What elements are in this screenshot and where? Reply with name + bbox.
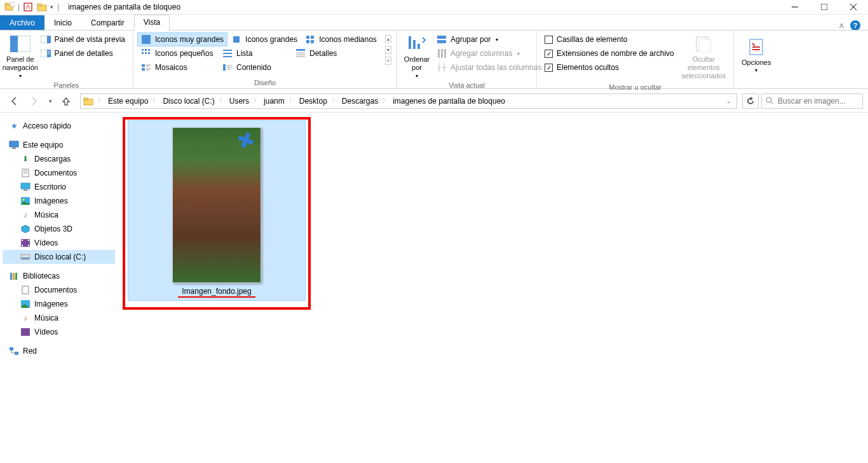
svg-rect-79 bbox=[22, 258, 29, 259]
svg-rect-50 bbox=[437, 36, 446, 39]
view-content[interactable]: Contenido bbox=[219, 60, 275, 74]
svg-rect-82 bbox=[15, 273, 17, 280]
chevron-right-icon[interactable]: 〉 bbox=[217, 97, 227, 105]
new-folder-icon[interactable] bbox=[4, 1, 15, 13]
sidebar-item-quick-access[interactable]: ★Acceso rápido bbox=[3, 119, 115, 133]
sidebar-item-lib-music[interactable]: ♪Música bbox=[3, 311, 115, 325]
music-icon: ♪ bbox=[20, 313, 31, 323]
view-details[interactable]: Detalles bbox=[292, 46, 341, 60]
chevron-right-icon[interactable]: 〉 bbox=[287, 97, 297, 105]
sidebar-item-downloads[interactable]: ⬇Descargas bbox=[3, 152, 115, 166]
chevron-right-icon[interactable]: 〉 bbox=[96, 97, 105, 105]
window-title: imagenes de pantalla de bloqueo bbox=[68, 3, 180, 11]
sidebar-item-network[interactable]: Red bbox=[3, 344, 115, 358]
breadcrumb[interactable]: Descargas bbox=[341, 97, 379, 106]
scroll-down-icon[interactable]: ▾ bbox=[385, 46, 391, 54]
navigation-pane-button[interactable]: Panel de navegación ▾ bbox=[4, 32, 37, 80]
svg-rect-29 bbox=[148, 52, 150, 54]
view-small-icons[interactable]: Iconos pequeños bbox=[137, 46, 219, 60]
add-columns-button[interactable]: Agregar columnas▾ bbox=[433, 46, 545, 60]
tab-vista[interactable]: Vista bbox=[134, 15, 170, 31]
address-bar[interactable]: 〉 Este equipo〉 Disco local (C:)〉 Users〉 … bbox=[80, 93, 737, 109]
hide-selected-button[interactable]: Ocultar elementos seleccionados bbox=[678, 32, 729, 82]
tab-compartir[interactable]: Compartir bbox=[81, 15, 134, 31]
file-item[interactable]: Imangen_fondo.jpeg bbox=[128, 120, 306, 301]
chevron-right-icon[interactable]: 〉 bbox=[252, 97, 261, 105]
music-icon: ♪ bbox=[20, 210, 31, 220]
group-by-button[interactable]: Agrupar por▾ bbox=[433, 32, 545, 46]
breadcrumb[interactable]: imagenes de pantalla de bloqueo bbox=[391, 97, 506, 106]
sidebar-item-libraries[interactable]: Bibliotecas bbox=[3, 269, 115, 283]
sidebar-item-lib-videos[interactable]: Vídeos bbox=[3, 325, 115, 339]
chevron-right-icon[interactable]: 〉 bbox=[381, 97, 390, 105]
forward-button[interactable] bbox=[25, 93, 43, 109]
size-columns-button[interactable]: Ajustar todas las columnas bbox=[433, 60, 545, 74]
sort-by-button[interactable]: Ordenar por▾ bbox=[401, 32, 433, 80]
sidebar-item-desktop[interactable]: Escritorio bbox=[3, 180, 115, 194]
svg-rect-2 bbox=[10, 2, 15, 6]
maximize-button[interactable] bbox=[810, 0, 839, 15]
chevron-right-icon[interactable]: 〉 bbox=[330, 97, 339, 105]
file-extensions-toggle[interactable]: Extensiones de nombre de archivo bbox=[541, 46, 678, 60]
sidebar-item-pictures[interactable]: Imágenes bbox=[3, 194, 115, 208]
view-large-icons[interactable]: Iconos grandes bbox=[227, 32, 301, 46]
navigation-tree: ★Acceso rápido Este equipo ⬇Descargas Do… bbox=[0, 113, 118, 463]
svg-rect-81 bbox=[13, 273, 15, 280]
pc-icon bbox=[9, 140, 19, 150]
breadcrumb[interactable]: Users bbox=[228, 97, 250, 106]
breadcrumb[interactable]: juanm bbox=[262, 97, 286, 106]
svg-rect-27 bbox=[142, 52, 144, 54]
qat-separator: | bbox=[18, 3, 20, 11]
search-input[interactable]: Buscar en imagen... bbox=[761, 93, 863, 109]
file-list-area[interactable]: Imangen_fondo.jpeg bbox=[118, 113, 868, 463]
hidden-items-toggle[interactable]: Elementos ocultos bbox=[541, 60, 678, 74]
address-dropdown-icon[interactable]: ⌄ bbox=[722, 98, 735, 104]
file-name-label[interactable]: Imangen_fondo.jpeg bbox=[178, 287, 255, 298]
expand-gallery-icon[interactable]: ▿ bbox=[385, 57, 391, 65]
details-pane-button[interactable]: Panel de detalles bbox=[37, 46, 129, 60]
recent-locations-button[interactable]: ▾ bbox=[46, 93, 55, 109]
sidebar-item-this-pc[interactable]: Este equipo bbox=[3, 138, 115, 152]
quick-access-toolbar: | ▾ | bbox=[0, 1, 64, 13]
view-list[interactable]: Lista bbox=[219, 46, 292, 60]
sidebar-item-videos[interactable]: Vídeos bbox=[3, 236, 115, 250]
svg-rect-64 bbox=[10, 141, 18, 147]
refresh-button[interactable] bbox=[742, 93, 759, 109]
collapse-ribbon-icon[interactable]: ᐱ bbox=[839, 22, 844, 29]
preview-pane-button[interactable]: Panel de vista previa bbox=[37, 32, 129, 46]
back-button[interactable] bbox=[5, 93, 23, 109]
view-extra-large-icons[interactable]: Iconos muy grandes bbox=[137, 32, 227, 46]
sidebar-item-documents[interactable]: Documentos bbox=[3, 166, 115, 180]
close-button[interactable] bbox=[839, 0, 868, 15]
help-icon[interactable]: ? bbox=[850, 20, 860, 31]
minimize-button[interactable] bbox=[780, 0, 810, 15]
sidebar-item-3d-objects[interactable]: Objetos 3D bbox=[3, 222, 115, 236]
tab-inicio[interactable]: Inicio bbox=[44, 15, 81, 31]
tab-file[interactable]: Archivo bbox=[0, 15, 44, 31]
svg-rect-37 bbox=[142, 64, 145, 67]
ribbon-group-vista-actual: Ordenar por▾ Agrupar por▾ Agregar column… bbox=[397, 31, 537, 88]
window-controls bbox=[780, 0, 868, 15]
breadcrumb[interactable]: Disco local (C:) bbox=[161, 97, 215, 106]
up-button[interactable] bbox=[57, 93, 75, 109]
breadcrumb[interactable]: Este equipo bbox=[107, 97, 149, 106]
svg-rect-70 bbox=[24, 190, 27, 191]
breadcrumb[interactable]: Desktop bbox=[298, 97, 329, 106]
sidebar-item-lib-pictures[interactable]: Imágenes bbox=[3, 297, 115, 311]
qat-dropdown-icon[interactable]: ▾ bbox=[50, 4, 53, 10]
sidebar-item-lib-documents[interactable]: Documentos bbox=[3, 283, 115, 297]
ribbon-group-label: Diseño bbox=[137, 78, 393, 88]
properties-icon[interactable] bbox=[22, 1, 34, 13]
svg-rect-53 bbox=[441, 49, 443, 58]
sidebar-item-local-disk[interactable]: Disco local (C:) bbox=[3, 250, 115, 264]
chevron-right-icon[interactable]: 〉 bbox=[151, 97, 160, 105]
sidebar-item-music[interactable]: ♪Música bbox=[3, 208, 115, 222]
folder-icon bbox=[83, 97, 93, 106]
navigation-pane-icon bbox=[10, 34, 31, 54]
folder-icon[interactable] bbox=[36, 1, 48, 13]
view-medium-icons[interactable]: Iconos medianos bbox=[301, 32, 381, 46]
scroll-up-icon[interactable]: ▴ bbox=[385, 35, 391, 43]
item-checkboxes-toggle[interactable]: Casillas de elemento bbox=[541, 32, 678, 46]
view-tiles[interactable]: Mosaicos bbox=[137, 60, 219, 74]
options-button[interactable]: Opciones▾ bbox=[738, 32, 775, 78]
